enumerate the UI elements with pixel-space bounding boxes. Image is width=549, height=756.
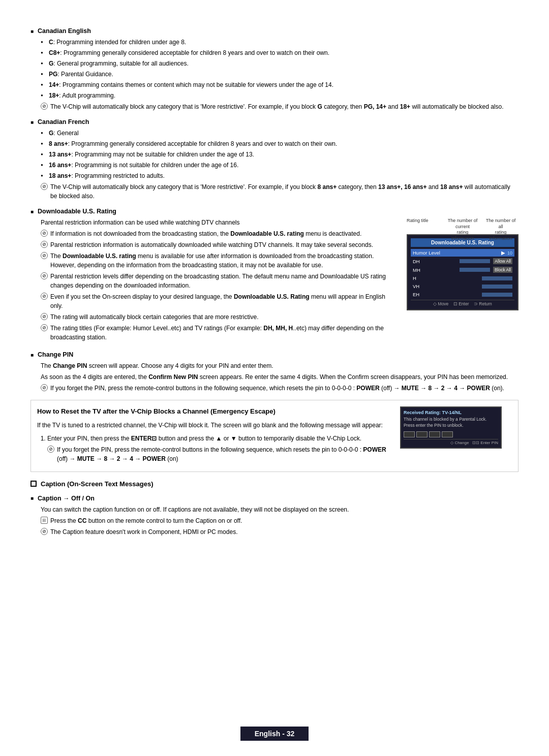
reset-body: If the TV is tuned to a restricted chann… — [37, 421, 390, 430]
how-to-reset-section: How to Reset the TV after the V-Chip Blo… — [30, 400, 518, 472]
tv-row-label: MH — [413, 267, 420, 273]
caption-body: You can switch the caption function on o… — [41, 505, 518, 514]
change-pin-body1: The Change PIN screen will appear. Choos… — [41, 361, 518, 370]
note-icon: ⊘ — [41, 313, 48, 320]
change-pin-note: ⊘ If you forget the PIN, press the remot… — [41, 384, 518, 393]
note-icon: ⊘ — [41, 384, 48, 391]
list-item: PG: Parental Guidance. — [41, 70, 518, 79]
downloadable-note-7: ⊘ The rating titles (For example: Humor … — [41, 324, 396, 342]
list-item: C8+: Programming generally considered ac… — [41, 48, 518, 57]
tv-row-humor: Humor Level ▶ 10 — [411, 249, 514, 257]
list-item: C: Programming intended for children und… — [41, 38, 518, 47]
caption-main-heading: Caption (On-Screen Text Messages) — [30, 480, 518, 488]
note-text: Press the CC button on the remote contro… — [50, 516, 518, 525]
change-pin-body2: As soon as the 4 digits are entered, the… — [41, 372, 518, 382]
tv-pin-box-2 — [416, 431, 428, 437]
caption-note-2: ⊘ The Caption feature doesn't work in Co… — [41, 527, 518, 537]
tv-row-label: H — [413, 275, 416, 281]
list-item: 16 ans+: Programming is not suitable for… — [41, 161, 518, 170]
page-footer-label: English - 32 — [240, 727, 309, 741]
note-icon: ⊘ — [41, 241, 48, 248]
tv-row-h: H — [411, 274, 514, 282]
change-pin-heading: Change PIN — [30, 351, 518, 358]
tv-row-label: Humor Level — [413, 250, 440, 256]
tv-button-row: ◇ Move ⊡ Enter ⊃ Return — [411, 300, 514, 306]
note-text: The Downloadable U.S. rating menu is ava… — [50, 251, 396, 270]
tv-screen-footer: ◇ Change ⊡⊡ Enter PIN — [404, 439, 498, 445]
note-text: The V-Chip will automatically block any … — [50, 102, 518, 111]
num-all-label: The number of allrating information — [485, 218, 516, 242]
tv-row-eh: EH — [411, 291, 514, 298]
note-icon: ⊘ — [41, 252, 48, 259]
reset-left: How to Reset the TV after the V-Chip Blo… — [37, 406, 390, 465]
caption-note-1: ⊞ Press the CC button on the remote cont… — [41, 516, 518, 525]
downloadable-note-4: ⊘ Parental restriction levels differ dep… — [41, 272, 396, 290]
list-item: G: General programming, suitable for all… — [41, 59, 518, 68]
canadian-french-section: Canadian French G: General 8 ans+: Progr… — [30, 118, 518, 201]
canadian-english-heading: Canadian English — [30, 27, 518, 35]
tv-row-mh: MH Block All — [411, 266, 514, 274]
canadian-english-section: Canadian English C: Programming intended… — [30, 27, 518, 111]
downloadable-note-6: ⊘ The rating will automatically block ce… — [41, 312, 396, 322]
tv-pin-box-1 — [404, 431, 415, 437]
screen-labels: Rating title The number of currentrating… — [407, 218, 518, 233]
note-icon: ⊘ — [41, 183, 48, 190]
list-item: 13 ans+: Programming may not be suitable… — [41, 150, 518, 159]
downloadable-body: Parental restriction information can be … — [41, 218, 396, 227]
downloadable-note-3: ⊘ The Downloadable U.S. rating menu is a… — [41, 251, 396, 270]
note-text: If information is not downloaded from th… — [50, 229, 396, 238]
canadian-english-list: C: Programming intended for children und… — [41, 38, 518, 100]
checkbox-icon — [30, 481, 37, 487]
tv-row-vh: VH — [411, 282, 514, 290]
tv-bar — [482, 285, 512, 289]
note-text: The V-Chip will automatically block any … — [50, 182, 518, 201]
downloadable-note-5: ⊘ Even if you set the On-screen display … — [41, 292, 396, 310]
num-current-label: The number of currentrating information — [447, 218, 478, 242]
note-text: The Caption feature doesn't work in Comp… — [50, 527, 518, 537]
change-pin-section: Change PIN The Change PIN screen will ap… — [30, 351, 518, 393]
downloadable-section: Downloadable U.S. Rating Parental restri… — [30, 208, 518, 344]
tv-pin-box-4 — [442, 431, 453, 437]
note-text: Parental restriction information is auto… — [50, 240, 396, 249]
canadian-french-list: G: General 8 ans+: Programming generally… — [41, 129, 518, 180]
tv-screen-small-title: Received Rating: TV-14/NL — [404, 410, 498, 415]
list-item: 8 ans+: Programming generally considered… — [41, 139, 518, 148]
note-icon: ⊘ — [41, 293, 48, 300]
caption-sub-heading: Caption → Off / On — [30, 495, 518, 502]
downloadable-heading: Downloadable U.S. Rating — [30, 208, 518, 215]
tv-row-value: 10 — [507, 250, 512, 256]
downloadable-right: Rating title The number of currentrating… — [407, 218, 518, 310]
note-text: The rating titles (For example: Humor Le… — [50, 324, 396, 342]
tv-row-label: VH — [413, 284, 419, 289]
note-icon: ⊘ — [41, 272, 48, 279]
reset-tv-screen: Received Rating: TV-14/NL This channel i… — [400, 406, 502, 449]
list-item: 18 ans+: Programming restricted to adult… — [41, 171, 518, 180]
note-icon-square: ⊞ — [41, 517, 48, 524]
caption-section: Caption (On-Screen Text Messages) Captio… — [30, 480, 518, 537]
note-text: The rating will automatically block cert… — [50, 312, 396, 322]
list-item: Enter your PIN, then press the ENTER⊡ bu… — [47, 434, 390, 443]
note-text: Parental restriction levels differ depen… — [50, 272, 396, 290]
note-text: Even if you set the On-screen display to… — [50, 292, 396, 310]
reset-note: ⊘ If you forget the PIN, press the remot… — [47, 445, 390, 463]
tv-btn-allow-all: Allow All — [493, 258, 512, 264]
note-text: If you forget the PIN, press the remote-… — [50, 384, 518, 393]
downloadable-note-1: ⊘ If information is not downloaded from … — [41, 229, 396, 238]
tv-pin-box-3 — [429, 431, 440, 437]
note-icon: ⊘ — [41, 324, 48, 331]
tv-row-arrow: ▶ — [501, 250, 505, 256]
list-item: 18+: Adult programming. — [41, 91, 518, 100]
tv-screen-small-body: This channel is blocked by a Parental Lo… — [404, 417, 498, 429]
list-item: 14+: Programming contains themes or cont… — [41, 80, 518, 89]
downloadable-left: Parental restriction information can be … — [30, 218, 396, 344]
reset-right: Received Rating: TV-14/NL This channel i… — [400, 406, 512, 449]
tv-btn-block-all: Block All — [493, 267, 512, 273]
tv-bar — [482, 276, 512, 280]
rating-title-label: Rating title — [407, 218, 429, 223]
tv-bar — [460, 268, 490, 272]
note-icon: ⊘ — [41, 103, 48, 110]
tv-row-label: DH — [413, 259, 420, 264]
note-text: If you forget the PIN, press the remote-… — [57, 445, 390, 463]
list-item: G: General — [41, 129, 518, 138]
canadian-french-note: ⊘ The V-Chip will automatically block an… — [41, 182, 518, 201]
